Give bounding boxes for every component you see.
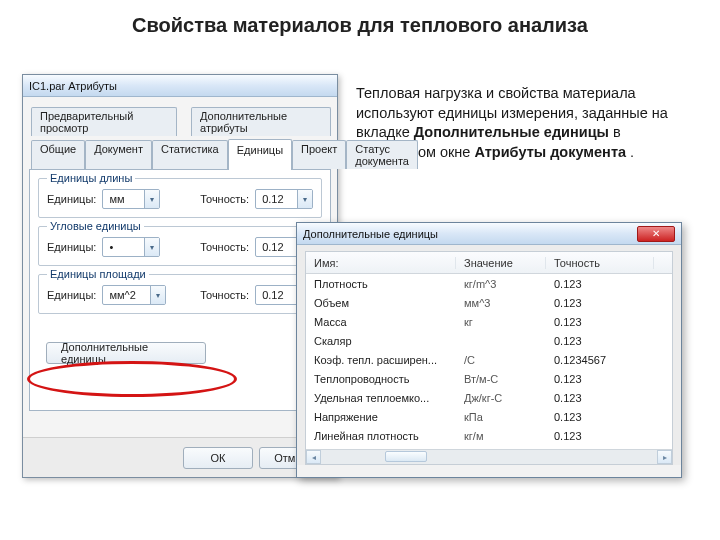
tab-project[interactable]: Проект	[292, 140, 346, 169]
table-header: Имя: Значение Точность	[306, 252, 672, 274]
tabs-row-1: Предварительный просмотр Дополнительные …	[29, 103, 331, 136]
attributes-titlebar[interactable]: IC1.par Атрибуты	[23, 75, 337, 97]
chevron-down-icon: ▾	[297, 190, 312, 208]
cell-name: Коэф. тепл. расширен...	[306, 354, 456, 366]
cell-value: кг/м	[456, 430, 546, 442]
area-units-combo[interactable]: мм^2 ▾	[102, 285, 166, 305]
extra-units-button[interactable]: Дополнительные единицы	[46, 342, 206, 364]
page-title: Свойства материалов для теплового анализ…	[0, 14, 720, 37]
extra-units-titlebar[interactable]: Дополнительные единицы ✕	[297, 223, 681, 245]
cell-name: Объем	[306, 297, 456, 309]
chevron-down-icon: ▾	[150, 286, 165, 304]
table-row[interactable]: Линейная плотностькг/м0.123	[306, 426, 672, 445]
table-row[interactable]: Массакг0.123	[306, 312, 672, 331]
cell-value: мм^3	[456, 297, 546, 309]
extra-units-dialog: Дополнительные единицы ✕ Имя: Значение Т…	[296, 222, 682, 478]
dialog-bottom-bar: ОК Отмена	[23, 437, 337, 477]
cell-value: /C	[456, 354, 546, 366]
cell-value: Вт/м-C	[456, 373, 546, 385]
area-prec-value: 0.12	[256, 289, 297, 301]
cell-precision: 0.123	[546, 392, 654, 404]
tab-general[interactable]: Общие	[31, 140, 85, 169]
group-length-caption: Единицы длины	[47, 172, 135, 184]
attributes-dialog: IC1.par Атрибуты Предварительный просмот…	[22, 74, 338, 478]
close-icon: ✕	[652, 228, 660, 239]
cell-precision: 0.1234567	[546, 354, 654, 366]
tab-stats[interactable]: Статистика	[152, 140, 228, 169]
tab-units[interactable]: Единицы	[228, 139, 292, 170]
area-prec-label: Точность:	[200, 289, 249, 301]
length-units-combo[interactable]: мм ▾	[102, 189, 160, 209]
tab-document[interactable]: Документ	[85, 140, 152, 169]
table-row[interactable]: ТеплопроводностьВт/м-C0.123	[306, 369, 672, 388]
length-prec-label: Точность:	[200, 193, 249, 205]
cell-precision: 0.123	[546, 411, 654, 423]
angle-units-label: Единицы:	[47, 241, 96, 253]
cell-precision: 0.123	[546, 316, 654, 328]
table-row[interactable]: Плотностькг/m^30.123	[306, 274, 672, 293]
table-row[interactable]: НапряжениекПа0.123	[306, 407, 672, 426]
tabs-row-2: Общие Документ Статистика Единицы Проект…	[29, 136, 331, 169]
group-angle-caption: Угловые единицы	[47, 220, 144, 232]
table-row[interactable]: Удельная теплоемко...Дж/кг-C0.123	[306, 388, 672, 407]
cell-name: Напряжение	[306, 411, 456, 423]
angle-prec-label: Точность:	[200, 241, 249, 253]
length-prec-combo[interactable]: 0.12 ▾	[255, 189, 313, 209]
cell-value: кПа	[456, 411, 546, 423]
group-angle-units: Угловые единицы Единицы: • ▾ Точность: 0…	[38, 226, 322, 266]
length-units-label: Единицы:	[47, 193, 96, 205]
para-bold1: Дополнительные единицы	[414, 124, 609, 140]
table-row[interactable]: Коэф. тепл. расширен.../C0.1234567	[306, 350, 672, 369]
cell-value: кг/m^3	[456, 278, 546, 290]
area-units-value: мм^2	[103, 289, 150, 301]
length-units-value: мм	[103, 193, 144, 205]
area-units-label: Единицы:	[47, 289, 96, 301]
cell-precision: 0.123	[546, 297, 654, 309]
cell-name: Скаляр	[306, 335, 456, 347]
attributes-title: IC1.par Атрибуты	[29, 80, 117, 92]
cell-precision: 0.123	[546, 430, 654, 442]
cell-name: Линейная плотность	[306, 430, 456, 442]
cell-precision: 0.123	[546, 278, 654, 290]
group-area-caption: Единицы площади	[47, 268, 149, 280]
ok-button[interactable]: ОК	[183, 447, 253, 469]
angle-units-combo[interactable]: • ▾	[102, 237, 160, 257]
scroll-track[interactable]	[321, 450, 657, 464]
col-name[interactable]: Имя:	[306, 257, 456, 269]
table-row[interactable]: Объеммм^30.123	[306, 293, 672, 312]
length-prec-value: 0.12	[256, 193, 297, 205]
tab-extra-attrs[interactable]: Дополнительные атрибуты	[191, 107, 331, 136]
horizontal-scrollbar[interactable]: ◂ ▸	[306, 449, 672, 464]
para-bold2: Атрибуты документа	[474, 144, 626, 160]
chevron-down-icon: ▾	[144, 190, 159, 208]
chevron-down-icon: ▾	[144, 238, 159, 256]
col-value[interactable]: Значение	[456, 257, 546, 269]
cell-name: Теплопроводность	[306, 373, 456, 385]
scroll-left-icon[interactable]: ◂	[306, 450, 321, 464]
table-row[interactable]: Скаляр0.123	[306, 331, 672, 350]
extra-units-title: Дополнительные единицы	[303, 228, 438, 240]
cell-name: Масса	[306, 316, 456, 328]
cell-value: Дж/кг-C	[456, 392, 546, 404]
tab-doc-status[interactable]: Статус документа	[346, 140, 418, 169]
group-length-units: Единицы длины Единицы: мм ▾ Точность: 0.…	[38, 178, 322, 218]
col-precision[interactable]: Точность	[546, 257, 654, 269]
scroll-thumb[interactable]	[385, 451, 427, 462]
para-part3: .	[630, 144, 634, 160]
scroll-right-icon[interactable]: ▸	[657, 450, 672, 464]
cell-name: Удельная теплоемко...	[306, 392, 456, 404]
cell-name: Плотность	[306, 278, 456, 290]
close-button[interactable]: ✕	[637, 226, 675, 242]
cell-precision: 0.123	[546, 335, 654, 347]
extra-units-table: Имя: Значение Точность Плотностькг/m^30.…	[305, 251, 673, 465]
cell-value: кг	[456, 316, 546, 328]
angle-units-value: •	[103, 241, 144, 253]
group-area-units: Единицы площади Единицы: мм^2 ▾ Точность…	[38, 274, 322, 314]
angle-prec-value: 0.12	[256, 241, 297, 253]
cell-precision: 0.123	[546, 373, 654, 385]
tab-preview[interactable]: Предварительный просмотр	[31, 107, 177, 136]
